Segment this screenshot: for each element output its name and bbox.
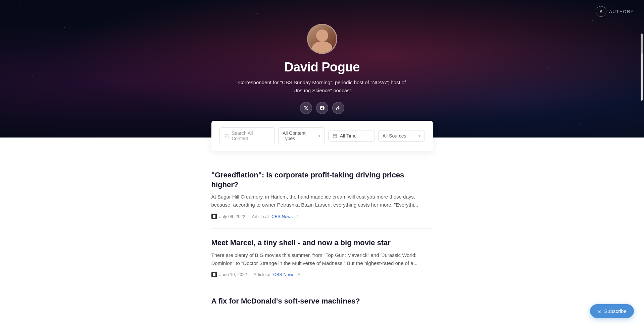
- article-type-icon: [211, 272, 217, 277]
- article-title[interactable]: "Greedflation": Is corporate profit-taki…: [211, 170, 433, 189]
- svg-rect-6: [213, 273, 215, 276]
- search-input[interactable]: Search All Content: [219, 127, 275, 144]
- article-excerpt: At Sugar Hill Creamery, in Harlem, the h…: [211, 193, 433, 209]
- article-meta: July 09, 2022 · Article at CBS News ↗: [211, 214, 433, 219]
- hero-section: A AUTHORY David Pogue Correspondent for …: [0, 0, 644, 138]
- time-label: All Time: [340, 133, 357, 139]
- scrollbar-thumb[interactable]: [641, 34, 643, 54]
- content-types-label: All Content Types: [283, 130, 316, 141]
- article-date: June 19, 2022: [219, 272, 247, 277]
- avatar: [307, 24, 337, 54]
- sources-filter[interactable]: All Sources ▾: [378, 130, 425, 142]
- envelope-icon: ✉: [597, 309, 601, 314]
- subscribe-button[interactable]: ✉ Subscribe: [590, 304, 634, 318]
- authory-logo-text: AUTHORY: [609, 9, 634, 14]
- social-links: [300, 102, 344, 114]
- articles-section: "Greedflation": Is corporate profit-taki…: [211, 151, 433, 328]
- article-date: July 09, 2022: [219, 214, 245, 219]
- filter-bar: Search All Content All Content Types ▾ A…: [211, 121, 433, 151]
- article-meta: June 19, 2022 · Article at CBS News ↗: [211, 272, 433, 277]
- article-type-icon: [211, 214, 217, 219]
- author-bio: Correspondent for "CBS Sunday Morning"; …: [228, 78, 416, 95]
- article-title[interactable]: Meet Marcel, a tiny shell - and now a bi…: [211, 238, 433, 248]
- external-link-icon[interactable]: ↗: [295, 214, 298, 219]
- article-card: Meet Marcel, a tiny shell - and now a bi…: [211, 229, 433, 287]
- article-card: A fix for McDonald's soft-serve machines…: [211, 287, 433, 319]
- article-source[interactable]: CBS News: [271, 214, 293, 219]
- subscribe-label: Subscribe: [604, 308, 627, 314]
- authory-logo-icon: A: [596, 6, 606, 17]
- sources-label: All Sources: [383, 133, 406, 139]
- author-name: David Pogue: [284, 60, 360, 74]
- chevron-down-icon-2: ▾: [418, 134, 420, 138]
- time-filter[interactable]: All Time: [328, 130, 375, 142]
- avatar-image: [308, 25, 336, 53]
- authory-logo[interactable]: A AUTHORY: [596, 6, 634, 17]
- external-link-icon[interactable]: ↗: [297, 272, 300, 277]
- article-source[interactable]: CBS News: [273, 272, 294, 277]
- website-button[interactable]: [332, 102, 344, 114]
- twitter-button[interactable]: [300, 102, 312, 114]
- chevron-down-icon: ▾: [318, 134, 320, 138]
- content-types-filter[interactable]: All Content Types ▾: [278, 127, 325, 144]
- search-placeholder: Search All Content: [232, 130, 270, 141]
- calendar-icon: [333, 133, 337, 138]
- article-type: Article at: [252, 214, 269, 219]
- search-icon: [225, 133, 229, 138]
- svg-point-0: [225, 134, 228, 137]
- facebook-button[interactable]: [316, 102, 328, 114]
- separator: ·: [250, 272, 251, 277]
- scrollbar[interactable]: [641, 34, 643, 101]
- separator: ·: [248, 214, 249, 219]
- article-excerpt: There are plenty of BIG movies this summ…: [211, 251, 433, 267]
- article-card: "Greedflation": Is corporate profit-taki…: [211, 161, 433, 229]
- svg-rect-5: [213, 215, 215, 218]
- svg-rect-1: [333, 134, 337, 138]
- hero-content: David Pogue Correspondent for "CBS Sunda…: [221, 24, 423, 114]
- main-content: Search All Content All Content Types ▾ A…: [205, 121, 440, 328]
- article-title[interactable]: A fix for McDonald's soft-serve machines…: [211, 296, 433, 306]
- article-type: Article at: [254, 272, 271, 277]
